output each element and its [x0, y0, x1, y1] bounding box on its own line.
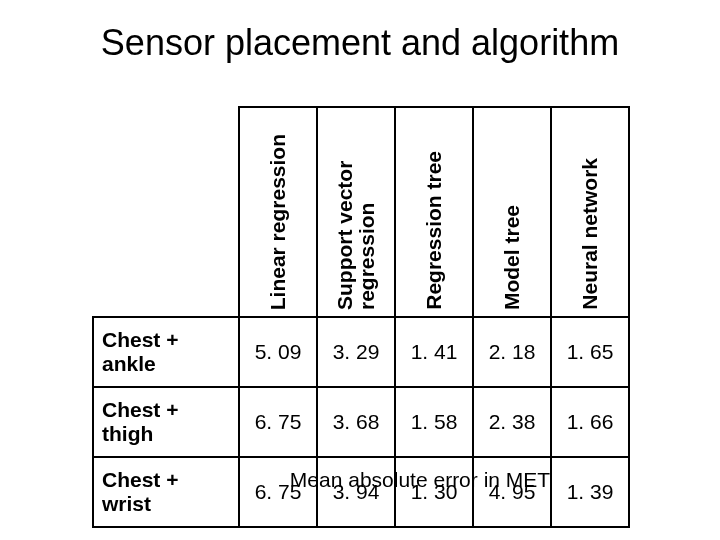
col-header-svr: Support vector regression [317, 107, 395, 317]
col-header-linear-regression: Linear regression [239, 107, 317, 317]
col-header-label: Linear regression [267, 134, 289, 310]
cell-value: 3. 29 [317, 317, 395, 387]
cell-value: 1. 58 [395, 387, 473, 457]
col-header-label: Model tree [501, 205, 523, 310]
results-table-container: Linear regression Support vector regress… [92, 106, 628, 528]
row-label: Chest + thigh [93, 387, 239, 457]
table-row: Chest + thigh 6. 75 3. 68 1. 58 2. 38 1.… [93, 387, 629, 457]
cell-value: 1. 65 [551, 317, 629, 387]
table-row: Chest + ankle 5. 09 3. 29 1. 41 2. 18 1.… [93, 317, 629, 387]
table-header-row: Linear regression Support vector regress… [93, 107, 629, 317]
cell-value: 6. 75 [239, 387, 317, 457]
col-header-regression-tree: Regression tree [395, 107, 473, 317]
slide: Sensor placement and algorithm Linear re… [0, 0, 720, 540]
col-header-label: Regression tree [423, 151, 445, 310]
caption-text: Mean absolute error in MET [0, 468, 720, 492]
col-header-neural-network: Neural network [551, 107, 629, 317]
row-label: Chest + ankle [93, 317, 239, 387]
col-header-label: Neural network [579, 158, 601, 310]
col-header-label: Support vector regression [334, 108, 378, 310]
cell-value: 2. 18 [473, 317, 551, 387]
table-corner-cell [93, 107, 239, 317]
cell-value: 5. 09 [239, 317, 317, 387]
page-title: Sensor placement and algorithm [0, 22, 720, 64]
cell-value: 1. 66 [551, 387, 629, 457]
cell-value: 1. 41 [395, 317, 473, 387]
cell-value: 2. 38 [473, 387, 551, 457]
cell-value: 3. 68 [317, 387, 395, 457]
col-header-model-tree: Model tree [473, 107, 551, 317]
results-table: Linear regression Support vector regress… [92, 106, 630, 528]
